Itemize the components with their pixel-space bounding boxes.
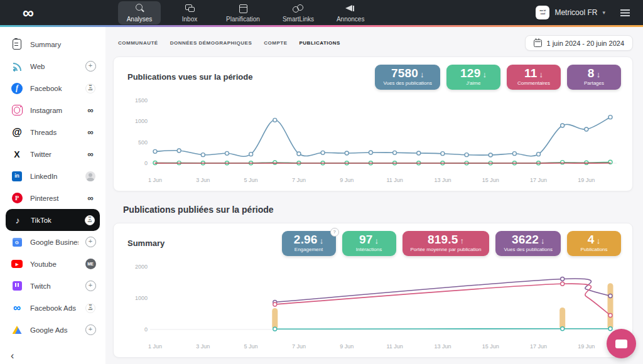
nav-item-analyses[interactable]: Analyses: [118, 1, 161, 24]
add-connection-icon[interactable]: +: [85, 237, 96, 247]
stat-value-line: 129↓: [455, 67, 492, 80]
tab-compte[interactable]: COMPTE: [264, 40, 287, 46]
chevron-down-icon: ▾: [602, 9, 605, 16]
x-tick-label: 7 Jun: [292, 177, 306, 183]
data-point-vues-des-publications: [321, 151, 325, 154]
sidebar-item-web[interactable]: Web+: [0, 55, 105, 77]
youtube-icon: ▶: [11, 260, 23, 268]
sidebar-item-adornment: ME: [85, 259, 96, 269]
stat-value-line: 3622↓: [504, 233, 553, 247]
x-tick-label: 1 Jun: [148, 177, 162, 183]
facebook-icon: f: [11, 83, 23, 94]
nav-item-inbox[interactable]: Inbox: [168, 1, 211, 24]
sidebar-item-adornment: me tri cool: [85, 303, 96, 313]
nav-item-label: SmartLinks: [283, 16, 314, 23]
stat-value-line: 4↓: [575, 233, 613, 247]
stat-value: 2.96: [294, 233, 318, 246]
gbusiness-icon: G: [13, 238, 22, 247]
stat-label: Commentaires: [515, 80, 553, 86]
sidebar-item-twitter[interactable]: XTwitter∞: [0, 143, 105, 165]
data-point-j-aime: [273, 161, 277, 164]
x-tick-label: 11 Jun: [386, 343, 403, 350]
stat-label: J'aime: [455, 80, 492, 86]
sidebar-item-facebook-ads[interactable]: ∞Facebook Adsme tri cool: [0, 297, 105, 319]
sidebar-item-instagram[interactable]: Instagram∞: [0, 99, 105, 121]
inbox-icon: [184, 4, 195, 14]
add-connection-icon[interactable]: +: [85, 324, 96, 335]
sidebar-item-google-ads[interactable]: Google Ads+: [0, 319, 105, 341]
account-menu[interactable]: me tri cool Metricool FR ▾: [536, 6, 605, 19]
metricool-logo[interactable]: ∞: [23, 5, 33, 21]
trend-arrow-icon: ↓: [420, 70, 424, 79]
sidebar-item-twitch[interactable]: Twitch+: [0, 275, 105, 297]
sidebar-item-adornment: ∞: [85, 105, 96, 115]
menu-icon[interactable]: [620, 9, 630, 16]
chat-button[interactable]: [607, 329, 636, 358]
stat-label: Portée moyenne par publication: [411, 247, 482, 252]
sidebar-item-adornment: +: [85, 237, 96, 247]
sidebar-item-label: Google Business ...: [30, 238, 78, 246]
stat-value-line: 11↓: [515, 67, 553, 80]
sidebar-item-pinterest[interactable]: PPinterest∞: [0, 187, 105, 209]
stat-label: Engagement: [290, 247, 328, 252]
tab-communaut[interactable]: COMMUNAUTÉ: [118, 40, 158, 46]
calendar-icon: [534, 40, 542, 47]
trend-arrow-icon: ↓: [541, 236, 545, 245]
y-tick-label: 500: [138, 139, 148, 146]
x-tick-label: 15 Jun: [482, 343, 499, 350]
y-tick-label: 1500: [135, 97, 148, 104]
stat-value: 97: [359, 233, 373, 246]
nav-item-label: Planification: [226, 16, 260, 23]
tab-donn-es-d-mographiques[interactable]: DONNÉES DÉMOGRAPHIQUES: [170, 40, 252, 46]
sidebar-item-adornment: ∞: [85, 127, 96, 137]
nav-item-smartlinks[interactable]: SmartLinks: [275, 1, 322, 24]
x-tick-label: 17 Jun: [530, 343, 547, 350]
twitter-icon: X: [14, 150, 19, 159]
sidebar-item-label: LinkedIn: [30, 173, 78, 180]
nav-item-planification[interactable]: Planification: [219, 1, 267, 24]
date-range-button[interactable]: 1 juin 2024 - 20 juin 2024: [525, 35, 633, 51]
sidebar-item-tiktok[interactable]: ♪TikTokme tri cool: [6, 209, 100, 231]
sidebar-item-label: Instagram: [30, 107, 78, 114]
icon-wrap: in: [10, 170, 24, 183]
x-tick-label: 5 Jun: [244, 177, 258, 183]
data-point-vues-des-publications: [369, 151, 372, 154]
sidebar-item-facebook[interactable]: fFacebookme tri cool: [0, 77, 105, 99]
add-connection-icon[interactable]: +: [85, 281, 96, 291]
sidebar-item-linkedin[interactable]: inLinkedIn: [0, 165, 105, 187]
profile-avatar: [85, 171, 95, 181]
chart-line-engagement: [275, 328, 610, 329]
icon-wrap: @: [10, 126, 24, 139]
analytics-tabs: COMMUNAUTÉDONNÉES DÉMOGRAPHIQUESCOMPTEPU…: [118, 40, 340, 46]
stats-row: 2.96↓Engagement?97↓Intéractions819.5↑Por…: [282, 231, 622, 256]
nav-item-annonces[interactable]: Annonces: [329, 1, 372, 24]
stat-card-vues-des-publications: 7580↓Vues des publications: [375, 65, 440, 90]
data-point-vues-des-publications: [177, 149, 181, 153]
sidebar-item-threads[interactable]: @Threads∞: [0, 121, 105, 143]
x-tick-label: 7 Jun: [292, 343, 306, 350]
y-tick-label: 0: [144, 160, 148, 166]
sidebar-item-youtube[interactable]: ▶YoutubeME: [0, 253, 105, 275]
publications-summary-card: Summary 2.96↓Engagement?97↓Intéractions8…: [113, 223, 633, 358]
y-tick-label: 2000: [135, 264, 148, 270]
icon-wrap: [10, 324, 24, 336]
tab-publications[interactable]: PUBLICATIONS: [299, 40, 340, 46]
add-connection-icon[interactable]: +: [85, 61, 96, 72]
icon-wrap: [10, 60, 24, 73]
sidebar-item-adornment: ∞: [85, 149, 96, 159]
sidebar-collapse-button[interactable]: ‹: [11, 350, 14, 361]
stat-value-line: 97↓: [350, 233, 388, 247]
data-point-vues-des-publications: [249, 153, 253, 156]
help-icon[interactable]: ?: [330, 228, 339, 237]
sidebar-item-adornment: me tri cool: [85, 83, 96, 94]
sidebar-item-summary[interactable]: Summary: [0, 33, 105, 55]
account-name: Metricool FR: [554, 8, 597, 17]
sidebar-item-google-business[interactable]: GGoogle Business ...+: [0, 231, 105, 253]
icon-wrap: G: [10, 236, 24, 249]
stat-label: Vues des publications: [504, 247, 553, 252]
data-point-vues-des-publications: [537, 153, 541, 156]
fbads-icon: ∞: [13, 302, 21, 313]
data-point-vues-des-publications: [225, 151, 229, 155]
sidebar-item-label: Facebook: [30, 85, 78, 92]
stat-value-line: 819.5↑: [411, 233, 482, 247]
